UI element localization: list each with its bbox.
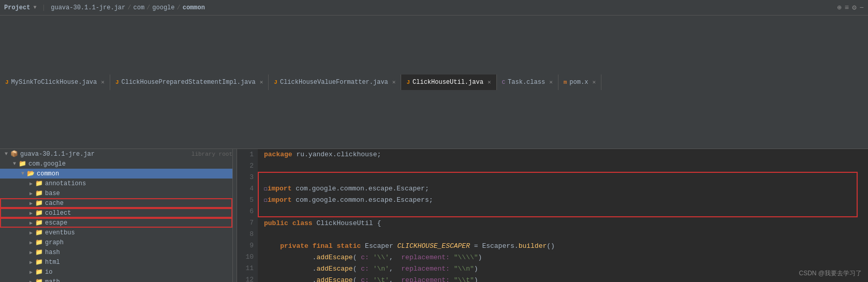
tab-close-formatter[interactable]: ✕	[392, 79, 396, 85]
java-icon3: J	[274, 79, 277, 85]
code-line-1: package ru.yandex.clickhouse;	[264, 149, 862, 160]
tree-item-cache[interactable]: ▶ 📁 cache	[0, 198, 232, 208]
project-dropdown-icon[interactable]: ▼	[33, 5, 36, 10]
folder-icon-graph: 📁	[35, 239, 43, 246]
arrow-guava: ▼	[2, 151, 10, 157]
class-icon: C	[502, 79, 506, 85]
code-line-7: public class ClickHouseUtil {	[264, 218, 862, 229]
tab-util[interactable]: J ClickHouseUtil.java ✕	[401, 75, 496, 90]
java-icon4: J	[406, 79, 410, 85]
folder-icon-common: 📂	[27, 170, 35, 177]
tree-item-escape[interactable]: ▶ 📁 escape	[0, 218, 232, 228]
tab-prepared[interactable]: J ClickHousePreparedStatementImpl.java ✕	[110, 75, 269, 90]
tree-item-math[interactable]: ▶ 📁 math	[0, 277, 232, 282]
tab-mysink[interactable]: J MySinkToClickHouse.java ✕	[0, 75, 110, 90]
tab-formatter[interactable]: J ClickHouseValueFormatter.java ✕	[269, 75, 401, 90]
editor: 1 2 3 4 5 6 7 8 9 10 11 12 13 14 15 16 1…	[237, 149, 868, 282]
arrow-collect: ▶	[27, 210, 35, 216]
minimize-icon[interactable]: −	[860, 4, 864, 12]
arrow-common: ▼	[19, 171, 27, 176]
arrow-cache: ▶	[27, 200, 35, 206]
folder-icon-html: 📁	[35, 258, 43, 266]
folder-icon-hash: 📁	[35, 248, 43, 256]
tab-close-mysink[interactable]: ✕	[101, 79, 105, 85]
tree-item-common[interactable]: ▼ 📂 common	[0, 169, 232, 179]
tree-item-annotations[interactable]: ▶ 📁 annotations	[0, 179, 232, 188]
folder-icon-collect: 📁	[35, 209, 43, 217]
code-line-6	[264, 206, 862, 218]
jar-icon: 📦	[10, 150, 18, 158]
java-icon2: J	[115, 79, 119, 85]
tree-item-base[interactable]: ▶ 📁 base	[0, 188, 232, 198]
arrow-html: ▶	[27, 259, 35, 265]
code-line-3	[264, 172, 862, 183]
tab-pom[interactable]: m pom.x ✕	[558, 75, 601, 90]
tab-task[interactable]: C Task.class ✕	[497, 75, 558, 90]
tree-item-graph[interactable]: ▶ 📁 graph	[0, 238, 232, 247]
add-icon[interactable]: ⊕	[837, 3, 841, 12]
arrow-graph: ▶	[27, 240, 35, 246]
arrow-io: ▶	[27, 269, 35, 275]
arrow-base: ▶	[27, 190, 35, 197]
sidebar: ▼ 📦 guava-30.1.1-jre.jar library root ▼ …	[0, 149, 233, 282]
java-icon: J	[5, 79, 9, 85]
tree-item-hash[interactable]: ▶ 📁 hash	[0, 247, 232, 257]
arrow-hash: ▶	[27, 249, 35, 256]
tree-item-com-google[interactable]: ▼ 📁 com.google	[0, 159, 232, 169]
folder-icon-annotations: 📁	[35, 180, 43, 187]
tab-close-prepared[interactable]: ✕	[260, 79, 263, 85]
tree-item-eventbus[interactable]: ▶ 📁 eventbus	[0, 228, 232, 238]
code-line-11: .addEscape( c: '\n', replacement: "\\n")	[264, 263, 862, 275]
tree-item-collect[interactable]: ▶ 📁 collect	[0, 208, 232, 218]
arrow-eventbus: ▶	[27, 230, 35, 236]
pom-icon: m	[564, 79, 567, 85]
folder-icon-eventbus: 📁	[35, 229, 43, 236]
arrow-math: ▶	[27, 279, 35, 283]
tree-item-html[interactable]: ▶ 📁 html	[0, 257, 232, 267]
arrow-com-google: ▼	[10, 161, 19, 167]
folder-icon-escape: 📁	[35, 219, 43, 227]
code-line-2	[264, 160, 862, 172]
top-bar: Project ▼ | guava-30.1.1-jre.jar / com /…	[0, 0, 868, 16]
toolbar-icons: ⊕ ≡ ⚙ −	[837, 3, 864, 12]
package-icon: 📁	[19, 160, 26, 168]
code-line-12: .addEscape( c: '\t', replacement: "\\t")	[264, 275, 862, 282]
code-line-10: .addEscape( c: '\\', replacement: "\\\\"…	[264, 252, 862, 263]
settings-icon[interactable]: ⚙	[852, 3, 856, 12]
tab-close-util[interactable]: ✕	[488, 79, 491, 85]
code-line-5: ◻import com.google.common.escape.Escaper…	[264, 195, 862, 206]
code-line-4: ◻import com.google.common.escape.Escaper…	[264, 183, 862, 195]
arrow-escape: ▶	[27, 220, 35, 226]
line-numbers: 1 2 3 4 5 6 7 8 9 10 11 12 13 14 15 16 1…	[237, 149, 258, 282]
watermark: CSDN @我要去学习了	[799, 269, 862, 278]
sidebar-scrollbar[interactable]	[233, 149, 237, 282]
code-content[interactable]: package ru.yandex.clickhouse; ◻import co…	[258, 149, 868, 282]
sidebar-header: Project ▼ | guava-30.1.1-jre.jar / com /…	[4, 4, 205, 11]
code-line-8	[264, 229, 862, 241]
folder-icon-io: 📁	[35, 268, 43, 276]
tab-close-pom[interactable]: ✕	[592, 79, 596, 85]
folder-icon-base: 📁	[35, 189, 43, 197]
code-area: 1 2 3 4 5 6 7 8 9 10 11 12 13 14 15 16 1…	[237, 149, 868, 282]
arrow-annotations: ▶	[27, 181, 35, 187]
tab-close-task[interactable]: ✕	[549, 79, 553, 85]
folder-icon-math: 📁	[35, 278, 43, 282]
tab-bar: J MySinkToClickHouse.java ✕ J ClickHouse…	[0, 16, 868, 149]
main-content: ▼ 📦 guava-30.1.1-jre.jar library root ▼ …	[0, 149, 868, 282]
code-line-9: private final static Escaper CLICKHOUSE_…	[264, 241, 862, 252]
list-icon[interactable]: ≡	[845, 4, 849, 12]
folder-icon-cache: 📁	[35, 199, 43, 207]
tree-item-guava[interactable]: ▼ 📦 guava-30.1.1-jre.jar library root	[0, 149, 232, 159]
tree-item-io[interactable]: ▶ 📁 io	[0, 267, 232, 277]
project-label: Project	[4, 4, 30, 11]
breadcrumb: guava-30.1.1-jre.jar / com / google / co…	[51, 4, 205, 11]
